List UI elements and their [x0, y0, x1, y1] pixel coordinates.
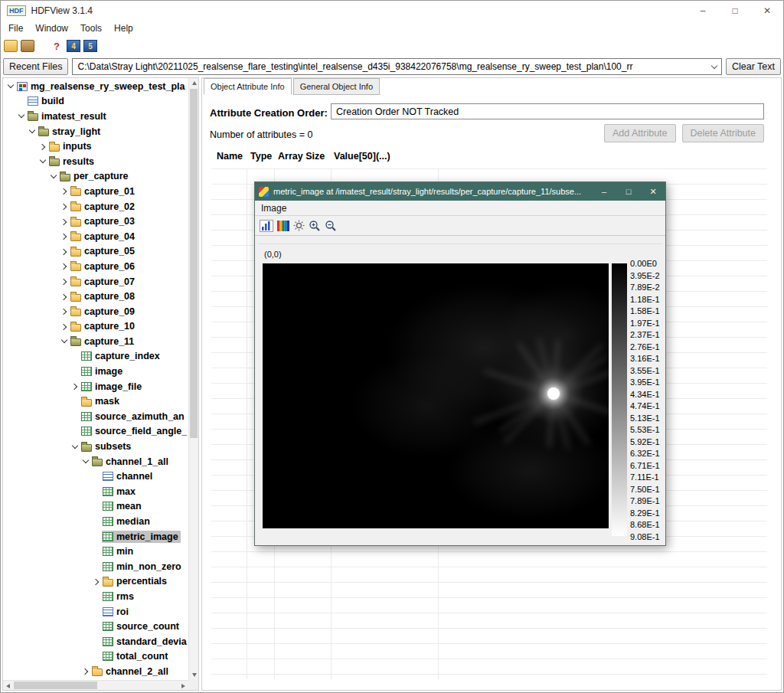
expander-closed-icon[interactable]: [60, 217, 70, 227]
tree-item-capture-02[interactable]: capture_02: [3, 199, 188, 214]
tree-hscroll-thumb[interactable]: [14, 682, 97, 689]
attribute-creation-order-field[interactable]: [331, 103, 764, 119]
column-header-type[interactable]: Type: [250, 151, 272, 162]
scroll-down-icon[interactable]: [189, 670, 199, 680]
tree-item-body[interactable]: capture_08: [70, 290, 137, 302]
tab-object-attribute-info[interactable]: Object Attribute Info: [204, 78, 292, 95]
tree-item-body[interactable]: subsets: [80, 440, 133, 453]
tree-item-channel-2-all[interactable]: channel_2_all: [3, 664, 188, 679]
tree-item-standard-devia[interactable]: standard_devia: [3, 634, 188, 649]
tree-item-body[interactable]: max: [102, 485, 138, 498]
tree-item-mg-realsense-ry-sweep-test-pla[interactable]: mg_realsense_ry_sweep_test_pla: [3, 79, 188, 94]
tree-item-body[interactable]: channel_1_all: [91, 456, 171, 468]
expander-closed-icon[interactable]: [60, 322, 70, 332]
close-file-icon[interactable]: [21, 40, 34, 52]
tree-item-capture-03[interactable]: capture_03: [3, 214, 188, 229]
tree-item-body[interactable]: roi: [102, 606, 131, 618]
tree-item-body[interactable]: capture_index: [80, 350, 162, 362]
tree-item-source-field-angle[interactable]: source_field_angle_: [3, 424, 188, 440]
tree-item-source-count[interactable]: source_count: [3, 619, 188, 634]
expander-open-icon[interactable]: [6, 81, 16, 91]
tree-item-per-capture[interactable]: per_capture: [3, 169, 188, 185]
tree-item-body[interactable]: capture_03: [70, 215, 137, 227]
tree-item-body[interactable]: total_count: [102, 650, 170, 662]
tree-item-capture-06[interactable]: capture_06: [3, 259, 188, 274]
tree-item-source-azimuth-an[interactable]: source_azimuth_an: [3, 409, 188, 424]
tree-item-capture-07[interactable]: capture_07: [3, 274, 188, 289]
tree-item-capture-05[interactable]: capture_05: [3, 244, 188, 260]
tree-item-capture-04[interactable]: capture_04: [3, 229, 188, 244]
scroll-right-icon[interactable]: [178, 681, 188, 691]
menu-help[interactable]: Help: [108, 21, 139, 36]
combo-dropdown-icon[interactable]: [711, 63, 717, 69]
tree-item-channel[interactable]: channel: [3, 469, 188, 484]
scroll-up-icon[interactable]: [189, 78, 199, 88]
tree-item-body[interactable]: image: [80, 365, 125, 378]
tree-item-body[interactable]: capture_07: [70, 276, 137, 288]
image-window-titlebar[interactable]: metric_image at /imatest_result/stray_li…: [255, 182, 665, 201]
column-header-value-50[interactable]: Value[50](...): [334, 151, 390, 162]
recent-files-button[interactable]: Recent Files: [3, 58, 68, 75]
menu-tools[interactable]: Tools: [74, 21, 108, 36]
expander-closed-icon[interactable]: [38, 142, 48, 152]
expander-closed-icon[interactable]: [92, 577, 102, 587]
tree-item-percentials[interactable]: percentials: [3, 574, 188, 590]
tree-item-body[interactable]: capture_05: [70, 245, 137, 257]
tree-item-body[interactable]: source_azimuth_an: [80, 410, 187, 423]
scroll-left-icon[interactable]: [3, 681, 13, 691]
image-canvas[interactable]: [263, 263, 609, 528]
expander-closed-icon[interactable]: [60, 261, 70, 271]
tree-item-body[interactable]: capture_02: [70, 201, 137, 213]
expander-open-icon[interactable]: [17, 111, 27, 121]
tree-item-body[interactable]: stray_light: [38, 126, 103, 138]
maximize-button[interactable]: □: [719, 1, 751, 21]
tree-item-body[interactable]: mask: [80, 395, 122, 407]
expander-closed-icon[interactable]: [60, 231, 70, 241]
tree-item-median[interactable]: median: [3, 514, 188, 529]
image-window-close-button[interactable]: ✕: [641, 182, 665, 201]
tree-item-mask[interactable]: mask: [3, 394, 188, 409]
expander-open-icon[interactable]: [49, 172, 59, 181]
tree-item-body[interactable]: inputs: [48, 140, 94, 152]
tree-item-body[interactable]: source_field_angle_: [80, 425, 188, 437]
tree-item-body[interactable]: capture_06: [70, 260, 137, 273]
menu-window[interactable]: Window: [29, 21, 74, 36]
image-window-minimize-button[interactable]: –: [592, 182, 616, 201]
tree-item-capture-09[interactable]: capture_09: [3, 304, 188, 319]
histogram-chart-icon[interactable]: [260, 220, 273, 232]
expander-closed-icon[interactable]: [60, 306, 70, 316]
tree-item-body[interactable]: capture_04: [70, 230, 137, 243]
expander-closed-icon[interactable]: [81, 666, 91, 676]
minimize-button[interactable]: –: [687, 1, 719, 21]
tree-item-imatest-result[interactable]: imatest_result: [3, 109, 188, 124]
titlebar[interactable]: HDF HDFView 3.1.4 – □ ✕: [1, 1, 783, 21]
expander-open-icon[interactable]: [38, 156, 48, 166]
tree-item-body[interactable]: rms: [102, 590, 136, 603]
column-header-name[interactable]: Name: [217, 151, 243, 162]
tree-item-body[interactable]: median: [102, 515, 152, 528]
tree-item-build[interactable]: build: [3, 94, 188, 110]
tree-item-body[interactable]: per_capture: [59, 170, 131, 182]
hdf4-icon[interactable]: 4: [67, 40, 80, 52]
tree-item-capture-01[interactable]: capture_01: [3, 184, 188, 199]
tree-item-body[interactable]: capture_01: [70, 185, 137, 198]
zoom-in-icon[interactable]: [309, 220, 321, 232]
tree-item-body[interactable]: min_non_zero: [102, 561, 184, 573]
expander-closed-icon[interactable]: [60, 276, 70, 286]
tree-item-rms[interactable]: rms: [3, 589, 188, 604]
expander-open-icon[interactable]: [70, 442, 80, 452]
add-attribute-button[interactable]: Add Attribute: [604, 124, 676, 142]
image-window-maximize-button[interactable]: □: [616, 182, 641, 201]
tree-item-body[interactable]: percentials: [102, 575, 169, 587]
image-menu[interactable]: Image: [255, 201, 665, 216]
expander-open-icon[interactable]: [60, 336, 70, 346]
tree-item-body[interactable]: image_file: [80, 381, 144, 393]
clear-text-button[interactable]: Clear Text: [726, 58, 781, 75]
delete-attribute-button[interactable]: Delete Attribute: [682, 124, 764, 142]
expander-closed-icon[interactable]: [60, 186, 70, 196]
tree-item-body[interactable]: mg_realsense_ry_sweep_test_pla: [16, 80, 188, 93]
tree-item-body[interactable]: capture_09: [70, 306, 137, 318]
tree-item-body[interactable]: results: [48, 155, 96, 168]
tree-item-capture-08[interactable]: capture_08: [3, 289, 188, 304]
expander-closed-icon[interactable]: [60, 201, 70, 211]
